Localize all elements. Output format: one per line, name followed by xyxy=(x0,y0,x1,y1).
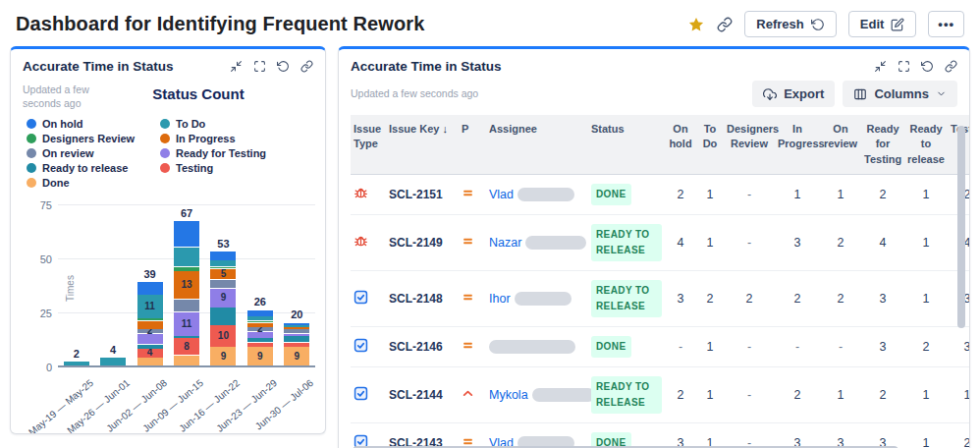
bar-segment[interactable] xyxy=(174,336,199,338)
bar-segment[interactable]: 5 xyxy=(210,269,236,280)
bar-segment[interactable]: 8 xyxy=(174,338,199,355)
legend-item[interactable]: Done xyxy=(27,177,160,189)
column-header[interactable]: To Do xyxy=(696,115,724,175)
bar-segment[interactable] xyxy=(174,356,199,366)
bar-segment[interactable]: 2 xyxy=(137,329,163,333)
bar-segment[interactable]: 4 xyxy=(137,349,163,357)
bar-segment[interactable] xyxy=(100,358,126,365)
bar-segment[interactable]: 10 xyxy=(210,325,236,347)
bar-segment[interactable] xyxy=(247,310,273,316)
bar-segment[interactable] xyxy=(284,325,309,327)
link-gadget-icon[interactable] xyxy=(300,60,313,73)
fullscreen-icon[interactable] xyxy=(253,60,266,73)
bar-segment[interactable] xyxy=(174,267,199,271)
column-header[interactable]: Assignee xyxy=(486,115,588,175)
bar-segment[interactable] xyxy=(137,318,163,320)
collapse-icon[interactable] xyxy=(230,60,243,73)
assignee-link[interactable]: Mykola xyxy=(489,388,528,402)
columns-button[interactable]: Columns xyxy=(843,81,957,107)
bar-segment[interactable] xyxy=(284,334,309,336)
bar-segment[interactable] xyxy=(284,343,309,347)
column-header[interactable]: On hold xyxy=(665,115,696,175)
sort-desc-icon: ↓ xyxy=(439,123,448,135)
favorite-star-icon[interactable] xyxy=(687,16,705,33)
legend-item[interactable]: On hold xyxy=(27,118,160,130)
bar-segment[interactable] xyxy=(137,321,163,329)
bar-segment[interactable] xyxy=(210,260,236,266)
column-header[interactable]: On review xyxy=(820,115,861,175)
bar-segment[interactable]: 9 xyxy=(210,347,236,365)
bar-total-label: 26 xyxy=(241,296,280,308)
bar-segment-label: 5 xyxy=(210,268,236,279)
bar-segment-label: 8 xyxy=(174,341,199,352)
x-axis-line xyxy=(58,365,315,367)
assignee-link[interactable]: Vlad xyxy=(489,188,514,201)
edit-button[interactable]: Edit xyxy=(848,11,917,37)
bar-segment[interactable] xyxy=(284,327,309,329)
assignee-link[interactable]: Nazar xyxy=(489,236,521,250)
refresh-gadget-icon[interactable] xyxy=(921,60,934,73)
bar-segment[interactable]: 9 xyxy=(210,289,236,308)
share-link-icon[interactable] xyxy=(717,17,733,32)
status-count-value: 3 xyxy=(775,423,820,448)
refresh-button[interactable]: Refresh xyxy=(744,11,836,37)
column-header[interactable]: P xyxy=(459,115,486,175)
bar-segment[interactable] xyxy=(247,323,273,327)
bar-segment[interactable] xyxy=(210,308,236,324)
bar-segment[interactable] xyxy=(284,329,309,333)
vertical-scrollbar-thumb[interactable] xyxy=(957,126,965,328)
status-badge: DONE xyxy=(591,336,631,358)
bar-segment[interactable]: 9 xyxy=(284,347,309,365)
legend-item[interactable]: To Do xyxy=(160,118,325,130)
bar-segment[interactable] xyxy=(210,280,236,288)
bar-segment[interactable] xyxy=(247,321,273,323)
column-header[interactable]: Ready for Testing xyxy=(861,115,904,175)
legend-item[interactable]: Ready to release xyxy=(27,162,160,174)
collapse-icon[interactable] xyxy=(874,60,887,73)
bar-segment[interactable] xyxy=(137,358,163,365)
bar-segment[interactable] xyxy=(247,316,273,320)
bar-segment[interactable] xyxy=(247,343,273,347)
column-header[interactable]: Issue Key ↓ xyxy=(386,115,459,175)
legend-item[interactable]: Designers Review xyxy=(27,133,160,144)
column-header[interactable]: In Progress xyxy=(775,115,820,175)
legend-label: On hold xyxy=(42,118,83,130)
fullscreen-icon[interactable] xyxy=(898,60,910,73)
link-gadget-icon[interactable] xyxy=(945,60,957,73)
bar-segment[interactable] xyxy=(210,252,236,259)
legend-item[interactable]: Testing xyxy=(160,162,325,174)
column-header[interactable]: Issue Type xyxy=(351,115,386,175)
column-header[interactable]: Status xyxy=(588,115,665,175)
bar-segment[interactable] xyxy=(174,300,199,312)
assignee-link[interactable]: Ihor xyxy=(489,292,511,306)
column-header[interactable]: Designers Review xyxy=(724,115,775,175)
legend-item[interactable]: In Progress xyxy=(160,133,325,144)
more-options-button[interactable]: ••• xyxy=(928,11,964,37)
bar-segment[interactable]: 11 xyxy=(137,295,163,318)
bar-segment[interactable] xyxy=(137,282,163,295)
status-count-value: - xyxy=(724,175,775,215)
task-type-icon xyxy=(351,423,386,448)
bar-segment[interactable] xyxy=(210,267,236,269)
bar-segment[interactable]: 13 xyxy=(174,271,199,299)
bar-segment[interactable] xyxy=(174,221,199,247)
bar-segment[interactable]: 11 xyxy=(174,312,199,336)
legend-item[interactable]: Ready for Testing xyxy=(160,147,325,159)
legend-item[interactable]: On review xyxy=(27,147,160,159)
issue-key: SCL-2149 xyxy=(386,215,459,271)
issue-key: SCL-2151 xyxy=(386,175,459,215)
bar-segment[interactable]: 9 xyxy=(247,347,273,365)
export-button[interactable]: Export xyxy=(752,81,835,107)
bar-segment[interactable] xyxy=(174,248,199,266)
column-header[interactable]: Ready to release xyxy=(904,115,948,175)
status-count-value: 2 xyxy=(948,423,970,448)
status-count-value: 2 xyxy=(696,271,724,327)
bar-segment[interactable] xyxy=(284,323,309,325)
bar-segment[interactable] xyxy=(137,345,163,349)
bar-segment[interactable]: 2 xyxy=(247,327,273,331)
legend-dot xyxy=(160,119,170,129)
bar-segment[interactable] xyxy=(64,362,89,365)
refresh-gadget-icon[interactable] xyxy=(277,60,290,73)
bar-segment[interactable] xyxy=(284,336,309,342)
bar-segment[interactable] xyxy=(247,338,273,342)
